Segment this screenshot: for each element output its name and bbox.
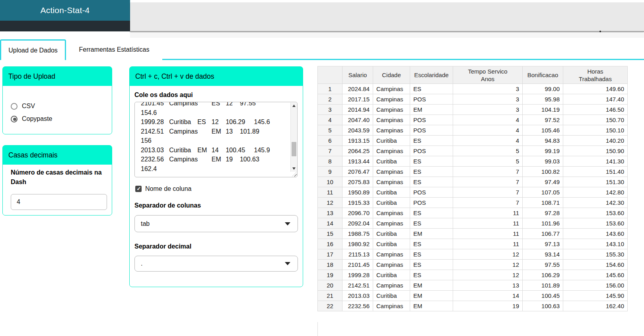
table-cell[interactable]: 162.40	[563, 301, 628, 311]
table-cell[interactable]: 149.60	[563, 84, 628, 94]
row-index-cell[interactable]: 12	[318, 198, 342, 208]
table-cell[interactable]: Curitiba	[373, 156, 410, 167]
row-index-cell[interactable]: 17	[318, 249, 342, 260]
table-cell[interactable]: 7	[453, 177, 523, 187]
table-cell[interactable]: 5	[453, 146, 523, 156]
table-cell[interactable]: 97.49	[523, 177, 563, 187]
table-cell[interactable]: 150.70	[563, 115, 628, 125]
row-index-cell[interactable]: 16	[318, 239, 342, 249]
table-cell[interactable]: 143.10	[563, 239, 628, 249]
table-cell[interactable]: 143.60	[563, 229, 628, 239]
table-cell[interactable]: 2096.70	[342, 208, 373, 218]
table-cell[interactable]: Campinas	[373, 146, 410, 156]
table-cell[interactable]: Curitiba	[373, 291, 410, 301]
row-index-cell[interactable]: 4	[318, 115, 342, 125]
table-cell[interactable]: 105.46	[523, 125, 563, 136]
table-cell[interactable]: 150.10	[563, 125, 628, 136]
table-cell[interactable]: 12	[453, 249, 523, 260]
table-cell[interactable]: 153.60	[563, 218, 628, 229]
table-cell[interactable]: ES	[410, 249, 453, 260]
table-cell[interactable]: 3	[453, 105, 523, 115]
table-cell[interactable]: 19	[453, 301, 523, 311]
table-cell[interactable]: Campinas	[373, 167, 410, 177]
tab-ferramentas-estatisticas[interactable]: Ferramentas Estatísticas	[66, 39, 162, 60]
table-cell[interactable]: 150.90	[563, 146, 628, 156]
row-index-cell[interactable]: 21	[318, 291, 342, 301]
table-cell[interactable]: POS	[410, 146, 453, 156]
table-cell[interactable]: 1999.28	[342, 270, 373, 280]
table-cell[interactable]: 108.71	[523, 198, 563, 208]
table-cell[interactable]: 97.13	[523, 239, 563, 249]
paste-textarea[interactable]: 2101.45 Campinas ES 12 97.55 154.6 1999.…	[134, 102, 298, 177]
table-cell[interactable]: 97.55	[523, 260, 563, 270]
table-cell[interactable]: 2024.84	[342, 84, 373, 94]
row-index-cell[interactable]: 10	[318, 177, 342, 187]
decimals-input[interactable]	[11, 194, 107, 210]
table-cell[interactable]: 100.82	[523, 167, 563, 177]
table-cell[interactable]: ES	[410, 270, 453, 280]
table-cell[interactable]: 1950.89	[342, 187, 373, 198]
row-index-cell[interactable]: 22	[318, 301, 342, 311]
table-cell[interactable]: 12	[453, 270, 523, 280]
row-index-cell[interactable]: 19	[318, 270, 342, 280]
table-cell[interactable]: 1913.44	[342, 156, 373, 167]
table-cell[interactable]: 12	[453, 260, 523, 270]
table-cell[interactable]: Campinas	[373, 177, 410, 187]
table-cell[interactable]: 154.60	[563, 260, 628, 270]
table-cell[interactable]: POS	[410, 187, 453, 198]
table-cell[interactable]: EM	[410, 291, 453, 301]
row-index-cell[interactable]: 18	[318, 260, 342, 270]
table-cell[interactable]: 93.14	[523, 249, 563, 260]
table-cell[interactable]: 94.83	[523, 136, 563, 146]
table-cell[interactable]: 100.63	[523, 301, 563, 311]
table-cell[interactable]: 2092.04	[342, 218, 373, 229]
table-cell[interactable]: 1988.75	[342, 229, 373, 239]
table-cell[interactable]: POS	[410, 125, 453, 136]
table-cell[interactable]: 2232.56	[342, 301, 373, 311]
table-cell[interactable]: 1980.92	[342, 239, 373, 249]
table-cell[interactable]: 2064.25	[342, 146, 373, 156]
table-cell[interactable]: 140.20	[563, 136, 628, 146]
table-cell[interactable]: Curitiba	[373, 198, 410, 208]
table-cell[interactable]: Curitiba	[373, 136, 410, 146]
table-cell[interactable]: EM	[410, 105, 453, 115]
table-cell[interactable]: 99.00	[523, 84, 563, 94]
table-cell[interactable]: ES	[410, 208, 453, 218]
table-cell[interactable]: Campinas	[373, 249, 410, 260]
table-cell[interactable]: ES	[410, 239, 453, 249]
table-cell[interactable]: ES	[410, 84, 453, 94]
column-name-checkbox[interactable]	[135, 186, 142, 192]
table-cell[interactable]: 97.52	[523, 115, 563, 125]
row-index-cell[interactable]: 15	[318, 229, 342, 239]
table-cell[interactable]: 2142.51	[342, 280, 373, 291]
table-cell[interactable]: 7	[453, 167, 523, 177]
table-cell[interactable]: Curitiba	[373, 270, 410, 280]
table-cell[interactable]: 2043.59	[342, 125, 373, 136]
table-cell[interactable]: Campinas	[373, 115, 410, 125]
table-cell[interactable]: 142.30	[563, 198, 628, 208]
table-cell[interactable]: Campinas	[373, 94, 410, 105]
table-cell[interactable]: Curitiba	[373, 239, 410, 249]
table-cell[interactable]: 3	[453, 84, 523, 94]
table-cell[interactable]: ES	[410, 218, 453, 229]
table-cell[interactable]: ES	[410, 177, 453, 187]
table-cell[interactable]: 2075.83	[342, 177, 373, 187]
table-cell[interactable]: 2115.13	[342, 249, 373, 260]
table-cell[interactable]: 4	[453, 125, 523, 136]
radio-option-csv[interactable]: CSV	[11, 103, 35, 110]
table-cell[interactable]: 99.19	[523, 146, 563, 156]
decimal-separator-dropdown[interactable]: .	[134, 256, 298, 272]
table-cell[interactable]: 14	[453, 291, 523, 301]
row-index-cell[interactable]: 8	[318, 156, 342, 167]
table-cell[interactable]: 11	[453, 218, 523, 229]
table-cell[interactable]: Campinas	[373, 208, 410, 218]
table-cell[interactable]: Campinas	[373, 218, 410, 229]
table-cell[interactable]: 141.30	[563, 156, 628, 167]
table-cell[interactable]: 145.90	[563, 291, 628, 301]
row-index-cell[interactable]: 5	[318, 125, 342, 136]
table-cell[interactable]: 95.98	[523, 94, 563, 105]
textarea-scrollbar[interactable]	[290, 103, 297, 172]
table-cell[interactable]: 146.50	[563, 105, 628, 115]
table-cell[interactable]: 106.77	[523, 229, 563, 239]
table-cell[interactable]: 107.05	[523, 187, 563, 198]
